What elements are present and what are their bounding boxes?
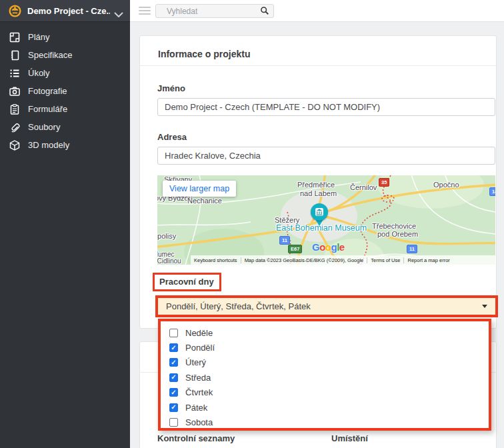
- menu-icon[interactable]: [139, 7, 151, 15]
- map-place-label: Opočno: [433, 181, 459, 189]
- divider: [140, 65, 496, 66]
- chevron-down-icon: [114, 8, 123, 14]
- sidebar-item-label: Formuláře: [28, 104, 67, 114]
- caret-down-icon: [482, 305, 487, 308]
- sidebar: Demo Project - Cze... Plány Specifikace: [0, 0, 130, 448]
- road-shield: 35: [379, 178, 389, 187]
- map-attribution-item[interactable]: Report a map error: [404, 257, 453, 263]
- location-label: Umístění: [331, 433, 368, 443]
- checkbox[interactable]: ✓: [169, 403, 178, 412]
- workday-option[interactable]: ✓ Pondělí: [161, 340, 489, 355]
- map-attribution-item[interactable]: Map data ©2023 GeoBasis-DE/BKG (©2009), …: [241, 257, 368, 263]
- name-label: Jméno: [157, 83, 185, 93]
- photos-icon: [9, 86, 20, 97]
- map-place-label: nad Labem: [300, 189, 337, 197]
- workday-option[interactable]: ✓ Úterý: [161, 355, 489, 370]
- search-input[interactable]: [155, 4, 274, 18]
- sidebar-item-label: Soubory: [28, 122, 60, 132]
- sidebar-item-label: Plány: [28, 32, 50, 42]
- checkbox[interactable]: ✓: [169, 343, 178, 352]
- sidebar-item[interactable]: 3D modely: [0, 136, 130, 154]
- road-shield: 11: [407, 245, 417, 253]
- map-place-label: Nepolisy: [157, 232, 176, 240]
- sidebar-item[interactable]: Plány: [0, 28, 130, 46]
- checkbox[interactable]: [169, 329, 178, 337]
- sidebar-item-label: 3D modely: [28, 140, 69, 150]
- map-place-label: pod Orebem: [377, 230, 418, 238]
- map-marker-icon[interactable]: [311, 203, 328, 221]
- google-logo[interactable]: Google: [312, 241, 345, 253]
- plans-icon: [9, 32, 20, 43]
- models-icon: [9, 140, 20, 151]
- forms-icon: [9, 104, 20, 115]
- address-input[interactable]: [157, 147, 495, 165]
- checkbox[interactable]: ✓: [169, 388, 178, 397]
- map-attribution-item[interactable]: Terms of Use: [367, 257, 404, 263]
- workday-option-label: Úterý: [185, 357, 206, 367]
- workday-option[interactable]: ✓ Pátek: [161, 400, 489, 415]
- road-shield: 11: [279, 236, 290, 245]
- workdays-dropdown-panel: Neděle ✓ Pondělí ✓ Úterý ✓ Středa ✓ Čtvr…: [158, 319, 491, 431]
- app-window: Demo Project - Cze... Plány Specifikace: [0, 0, 504, 448]
- sidebar-item-label: Úkoly: [28, 68, 50, 78]
- sidebar-nav: Plány Specifikace Úkoly Fotografie: [0, 22, 130, 154]
- workdays-selected-value: Pondělí, Úterý, Středa, Čtvrtek, Pátek: [166, 301, 311, 311]
- map-attribution: Keyboard shortcutsMap data ©2023 GeoBasi…: [191, 255, 495, 265]
- specifications-icon: [9, 50, 20, 61]
- map-place-label: Nechanice: [187, 197, 222, 205]
- sidebar-item-label: Fotografie: [28, 86, 67, 96]
- card-title: Informace o projektu: [158, 49, 250, 59]
- sidebar-item[interactable]: Fotografie: [0, 82, 130, 100]
- annotation-workdays-label: Pracovní dny: [153, 273, 221, 291]
- map-place-label: Předměřice: [297, 181, 335, 189]
- map-place-label: nad Cidlinou: [157, 257, 181, 265]
- annotation-workdays-select: Pondělí, Úterý, Středa, Čtvrtek, Pátek: [155, 295, 498, 317]
- workdays-select[interactable]: Pondělí, Úterý, Středa, Čtvrtek, Pátek: [158, 298, 495, 315]
- sidebar-item[interactable]: Specifikace: [0, 46, 130, 64]
- fieldwire-logo-icon: [9, 5, 21, 17]
- project-selector[interactable]: Demo Project - Cze...: [0, 0, 130, 22]
- map-attribution-item[interactable]: Keyboard shortcuts: [191, 257, 241, 263]
- workday-option-label: Pondělí: [185, 343, 215, 353]
- map-place-label: Třebechovice: [372, 222, 416, 230]
- map-embed[interactable]: SkřivanyNový BydžovNechanicePředměřicena…: [157, 175, 495, 265]
- checkbox[interactable]: [169, 418, 178, 427]
- sidebar-item[interactable]: Úkoly: [0, 64, 130, 82]
- sidebar-item[interactable]: Formuláře: [0, 100, 130, 118]
- workday-option[interactable]: ✓ Středa: [161, 370, 489, 385]
- workday-option-label: Čtvrtek: [185, 387, 213, 397]
- sidebar-item-label: Specifikace: [28, 50, 72, 60]
- files-icon: [9, 122, 20, 133]
- workday-option[interactable]: Neděle: [161, 325, 489, 340]
- map-place-label: Černilov: [350, 183, 377, 191]
- tasks-icon: [9, 68, 20, 79]
- checkbox[interactable]: ✓: [169, 358, 178, 367]
- search: [155, 4, 274, 18]
- checklists-label: Kontrolní seznamy: [157, 433, 235, 443]
- name-input[interactable]: [157, 98, 495, 116]
- search-icon[interactable]: [260, 6, 269, 15]
- address-label: Adresa: [157, 132, 187, 142]
- project-name: Demo Project - Cze...: [27, 6, 110, 16]
- workday-option-label: Neděle: [185, 328, 213, 338]
- topbar: [130, 0, 504, 22]
- workday-option[interactable]: ✓ Čtvrtek: [161, 385, 489, 400]
- sidebar-item[interactable]: Soubory: [0, 118, 130, 136]
- view-larger-map-button[interactable]: View larger map: [163, 181, 236, 197]
- workday-option-label: Pátek: [185, 403, 207, 413]
- road-shield: E67: [288, 245, 302, 253]
- workday-option-label: Sobota: [185, 417, 213, 427]
- road-shield: 14: [489, 187, 495, 196]
- checkbox[interactable]: ✓: [169, 373, 178, 382]
- workday-option[interactable]: Sobota: [161, 415, 489, 429]
- workday-option-label: Středa: [185, 373, 211, 383]
- workdays-label: Pracovní dny: [159, 277, 214, 287]
